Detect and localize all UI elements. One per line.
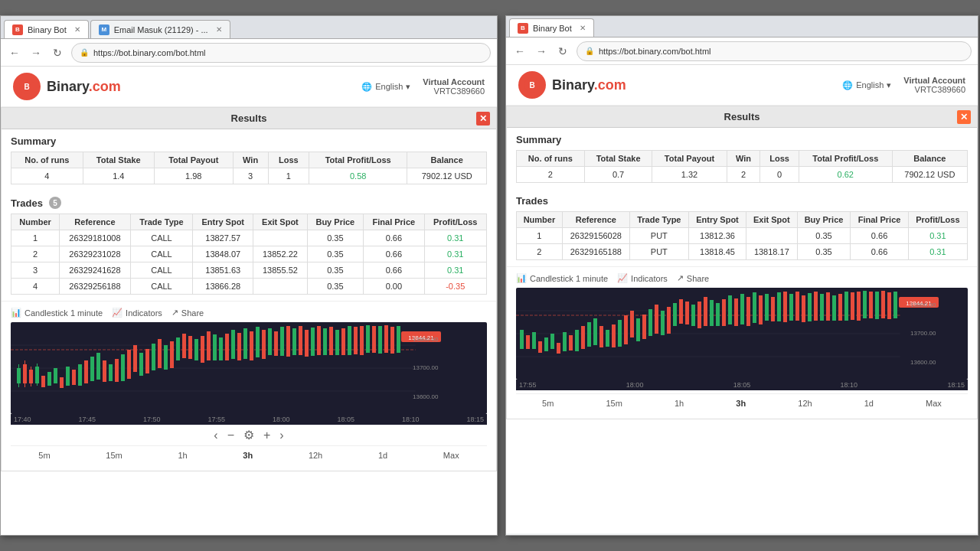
nav-plus-left[interactable]: + [263,429,270,442]
results-panel-right: Results ✕ Summary No. of runs Total Stak… [506,106,978,419]
tab-email[interactable]: M Email Masuk (21129) - ... ✕ [90,20,230,38]
svg-rect-39 [194,339,198,360]
svg-rect-21 [84,360,88,383]
th-ref-right: Reference [562,212,629,228]
svg-rect-106 [655,305,658,334]
candlestick-btn-left[interactable]: 📊 Candlestick 1 minute [11,308,103,318]
period-5m-right[interactable]: 5m [539,397,557,409]
indicators-icon-right: 📈 [617,273,628,283]
trade-1-ref-left: 26329181008 [60,230,131,246]
period-1d-right[interactable]: 1d [861,397,877,409]
trade-4-buy-left: 0.35 [307,279,364,295]
svg-rect-61 [329,327,333,355]
candlestick-btn-right[interactable]: 📊 Candlestick 1 minute [516,273,608,283]
svg-rect-117 [722,299,726,326]
svg-rect-18 [66,367,70,386]
period-5m-left[interactable]: 5m [35,449,53,461]
results-title-left: Results [231,112,267,124]
lang-selector-right[interactable]: 🌐 English ▾ [842,80,891,90]
trade-row-2-right: 2 26329165188 PUT 13818.45 13818.17 0.35… [517,244,968,260]
time-1810: 18:10 [402,416,420,423]
trade-1-exit-right [746,228,798,244]
period-1h-right[interactable]: 1h [671,397,687,409]
forward-button-right[interactable]: → [534,44,549,59]
url-text-right: https://bot.binary.com/bot.html [599,47,711,56]
svg-rect-57 [305,330,309,357]
trade-2-ref-right: 26329165188 [562,244,629,260]
share-btn-right[interactable]: ↗ Share [677,273,709,283]
period-15m-right[interactable]: 15m [603,397,625,409]
share-btn-left[interactable]: ↗ Share [172,308,204,318]
svg-rect-70 [384,325,388,353]
period-1d-left[interactable]: 1d [375,449,390,461]
binary-logo-left: B Binary.com [13,73,121,100]
period-3h-right[interactable]: 3h [733,397,749,409]
period-1h-left[interactable]: 1h [175,449,190,461]
period-3h-left[interactable]: 3h [240,449,256,461]
period-max-right[interactable]: Max [923,397,945,409]
refresh-button-right[interactable]: ↻ [555,44,570,59]
indicators-btn-left[interactable]: 📈 Indicators [112,308,162,318]
nav-prev-left[interactable]: ‹ [214,429,217,442]
svg-rect-130 [802,295,805,322]
tab-close-email[interactable]: ✕ [216,25,222,34]
svg-rect-55 [292,328,296,355]
time-1800-right: 18:00 [626,381,644,389]
content-area-right: B Binary.com 🌐 English ▾ Virtual Account… [506,65,978,533]
results-close-right[interactable]: ✕ [957,110,971,124]
url-bar-left[interactable]: 🔒 https://bot.binary.com/bot.html [71,43,491,63]
svg-rect-54 [286,326,290,357]
period-max-left[interactable]: Max [440,449,462,461]
th-exit-left: Exit Spot [253,214,307,230]
svg-rect-110 [679,299,683,324]
results-close-left[interactable]: ✕ [476,112,490,126]
th-ref-left: Reference [60,214,131,230]
svg-rect-27 [121,354,125,381]
trade-4-pl-left: -0.35 [424,279,487,295]
svg-rect-89 [550,334,554,349]
lang-text-right: English [856,80,884,90]
indicators-btn-right[interactable]: 📈 Indicators [617,273,668,283]
tab-close-right[interactable]: ✕ [580,24,586,32]
svg-rect-126 [777,292,781,321]
trades-table-left: Number Reference Trade Type Entry Spot E… [11,214,487,295]
svg-rect-47 [243,328,247,359]
period-12h-left[interactable]: 12h [305,449,325,461]
lang-selector-left[interactable]: 🌐 English ▾ [361,82,410,92]
svg-rect-28 [127,350,131,379]
back-button-left[interactable]: ← [7,45,22,60]
chart-controls-left: ‹ − ⚙ + › [11,428,487,442]
th-buy-left: Buy Price [307,214,364,230]
trades-section-left: Trades 5 Number Reference Trade Type Ent… [2,191,496,301]
svg-rect-107 [661,311,665,335]
nav-next-left[interactable]: › [279,429,283,442]
tab-close-binary[interactable]: ✕ [74,25,80,34]
svg-rect-94 [581,326,585,349]
svg-rect-72 [397,326,400,353]
trades-section-right: Trades Number Reference Trade Type Entry… [507,189,977,266]
svg-rect-49 [256,327,260,357]
nav-settings-left[interactable]: ⚙ [243,428,254,442]
url-bar-right[interactable]: 🔒 https://bot.binary.com/bot.html [577,41,972,61]
nav-minus-left[interactable]: − [227,429,234,442]
back-button-right[interactable]: ← [512,44,528,59]
tab-binary-bot-right[interactable]: B Binary Bot ✕ [509,18,594,37]
chart-svg-left: 13844.21 13800.00 13700.00 13600.00 [11,322,487,414]
trade-2-entry-left: 13848.07 [193,246,253,262]
trade-2-type-right: PUT [629,244,688,260]
period-15m-left[interactable]: 15m [103,449,125,461]
svg-rect-100 [618,320,622,347]
account-info-left: Virtual Account VRTC389660 [423,77,485,96]
trade-1-final-right: 0.66 [851,228,908,244]
account-id-right: VRTC389660 [903,85,965,94]
svg-rect-23 [96,353,100,380]
tab-binary-bot[interactable]: B Binary Bot ✕ [4,20,89,38]
trade-2-pl-right: 0.31 [908,244,967,260]
forward-button-left[interactable]: → [28,45,44,60]
val-profit-left: 0.58 [309,168,407,184]
refresh-button-left[interactable]: ↻ [50,45,65,60]
trades-title-right: Trades [516,195,968,207]
svg-rect-52 [274,331,278,356]
svg-rect-105 [648,309,652,336]
period-12h-right[interactable]: 12h [795,397,815,409]
